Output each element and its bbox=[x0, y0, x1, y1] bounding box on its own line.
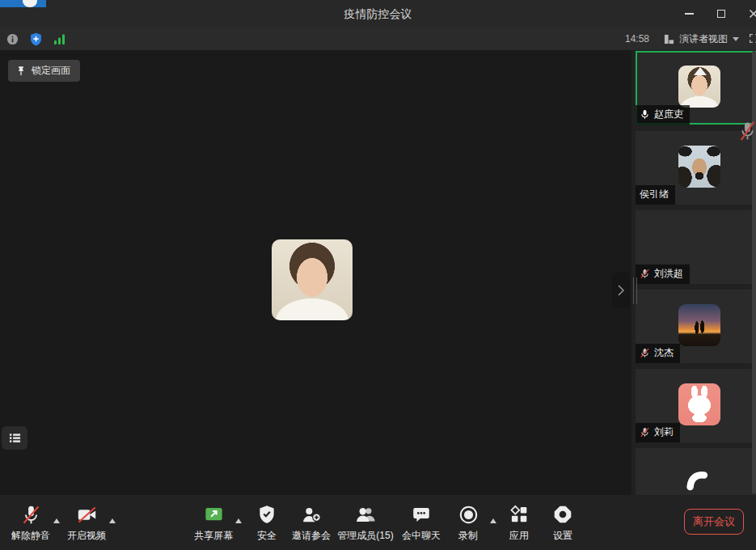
muted-mic-indicator-icon bbox=[739, 121, 756, 145]
participant-name-badge: 赵庶吏 bbox=[636, 105, 690, 125]
record-button[interactable]: 录制 bbox=[447, 502, 489, 543]
participant-name-badge: 刘莉 bbox=[636, 423, 680, 442]
chat-label: 会中聊天 bbox=[402, 529, 441, 543]
muted-mic-icon bbox=[640, 427, 650, 438]
record-label: 录制 bbox=[458, 529, 478, 543]
avatar-highlight-triangle bbox=[694, 67, 707, 75]
meeting-info-bar: 14:58 演讲者视图 bbox=[0, 28, 756, 50]
apps-button[interactable]: 应用 bbox=[498, 502, 540, 543]
invite-person-plus-icon bbox=[301, 504, 323, 526]
muted-mic-icon bbox=[640, 348, 650, 358]
participant-name: 侯引绪 bbox=[640, 188, 669, 201]
manage-participants-label: 管理成员(15) bbox=[337, 529, 393, 543]
settings-label: 设置 bbox=[553, 529, 572, 543]
pin-view-label: 锁定画面 bbox=[32, 64, 70, 78]
manage-participants-button[interactable]: 管理成员(15) bbox=[334, 502, 397, 543]
encryption-shield-icon[interactable] bbox=[29, 32, 43, 46]
main-stage: 锁定画面 bbox=[0, 50, 631, 495]
meeting-time: 14:58 bbox=[625, 33, 649, 44]
minimize-icon bbox=[685, 13, 694, 15]
title-bar: 疫情防控会议 bbox=[0, 0, 756, 28]
unmute-label: 解除静音 bbox=[11, 529, 50, 543]
apps-label: 应用 bbox=[509, 529, 529, 543]
fullscreen-icon bbox=[749, 33, 756, 44]
participant-name: 刘莉 bbox=[654, 425, 674, 439]
view-mode-label: 演讲者视图 bbox=[679, 32, 728, 46]
pin-view-button[interactable]: 锁定画面 bbox=[8, 60, 80, 82]
share-screen-button[interactable]: 共享屏幕 bbox=[188, 502, 239, 543]
participant-name-badge: 刘洪超 bbox=[636, 264, 690, 284]
meeting-status-icons bbox=[0, 32, 66, 46]
leave-meeting-button[interactable]: 离开会议 bbox=[684, 509, 744, 535]
fullscreen-button[interactable] bbox=[749, 32, 756, 45]
maximize-button[interactable] bbox=[705, 0, 737, 28]
mic-on-icon bbox=[640, 109, 650, 120]
video-options-arrow[interactable] bbox=[109, 518, 116, 523]
chat-button[interactable]: 会中聊天 bbox=[397, 502, 446, 543]
participants-people-icon bbox=[355, 504, 377, 526]
participant-tile[interactable]: 沈杰 bbox=[636, 290, 756, 363]
view-mode-button[interactable]: 演讲者视图 bbox=[664, 32, 739, 46]
active-speaker-avatar bbox=[272, 239, 353, 320]
chevron-right-icon bbox=[615, 282, 627, 298]
participant-name: 刘洪超 bbox=[654, 267, 683, 281]
security-label: 安全 bbox=[257, 529, 277, 543]
share-screen-icon bbox=[203, 504, 225, 526]
share-screen-label: 共享屏幕 bbox=[194, 529, 233, 543]
avatar-phone-call-photo bbox=[678, 463, 720, 495]
sidebar-resize-grip[interactable] bbox=[636, 277, 637, 304]
security-button[interactable]: 安全 bbox=[246, 502, 288, 543]
speaker-view-icon bbox=[664, 34, 674, 44]
close-icon bbox=[749, 9, 756, 19]
agenda-list-icon bbox=[8, 432, 22, 444]
participant-tile[interactable]: 刘莉 bbox=[636, 369, 756, 442]
sidebar-collapse-handle[interactable] bbox=[612, 273, 630, 308]
avatar-dandelion-photo bbox=[678, 225, 720, 267]
camera-off-icon bbox=[76, 504, 98, 526]
window-title: 疫情防控会议 bbox=[0, 0, 756, 28]
participant-name: 赵庶吏 bbox=[654, 108, 683, 121]
invite-label: 邀请参会 bbox=[292, 529, 331, 543]
apps-grid-icon bbox=[509, 504, 530, 525]
control-toolbar: 解除静音 开启视频 共享屏幕 安全 邀请参会 管理成员(15) 会中聊天 bbox=[0, 495, 756, 550]
participant-tile[interactable] bbox=[636, 448, 756, 495]
security-shield-icon bbox=[256, 504, 277, 525]
unmute-button[interactable]: 解除静音 bbox=[6, 502, 55, 543]
share-options-arrow[interactable] bbox=[235, 518, 242, 523]
chevron-down-icon bbox=[733, 37, 739, 41]
muted-mic-icon bbox=[20, 504, 42, 526]
sidebar-scrollbar[interactable] bbox=[752, 51, 756, 494]
info-icon[interactable] bbox=[6, 33, 19, 45]
avatar-cow-photo bbox=[678, 146, 720, 188]
participant-tile[interactable]: 赵庶吏 bbox=[636, 51, 756, 125]
pin-icon bbox=[15, 66, 27, 77]
record-options-arrow[interactable] bbox=[490, 518, 496, 523]
participants-sidebar: 赵庶吏 侯引绪 刘洪超 沈杰 bbox=[631, 50, 756, 495]
signal-strength-icon bbox=[53, 33, 66, 45]
avatar-sunset-silhouette-photo bbox=[678, 304, 720, 346]
agenda-list-button[interactable] bbox=[2, 426, 27, 450]
record-icon bbox=[458, 504, 479, 526]
meeting-window: 疫情防控会议 14:58 演讲者视图 bbox=[0, 0, 756, 550]
avatar-rabbit-cartoon bbox=[678, 383, 720, 425]
participant-name: 沈杰 bbox=[654, 346, 674, 360]
participant-tile[interactable]: 侯引绪 bbox=[636, 131, 756, 205]
start-video-button[interactable]: 开启视频 bbox=[62, 502, 111, 543]
close-button[interactable] bbox=[737, 0, 756, 28]
participant-tile[interactable]: 刘洪超 bbox=[636, 210, 756, 284]
invite-button[interactable]: 邀请参会 bbox=[287, 502, 336, 543]
maximize-icon bbox=[717, 10, 725, 18]
settings-button[interactable]: 设置 bbox=[542, 502, 584, 543]
window-controls bbox=[673, 0, 756, 28]
participant-name-badge: 侯引绪 bbox=[636, 185, 675, 205]
phone-icon bbox=[680, 464, 719, 495]
minimize-button[interactable] bbox=[673, 0, 705, 28]
view-controls: 14:58 演讲者视图 bbox=[625, 28, 756, 50]
chat-bubble-icon bbox=[411, 504, 432, 525]
sidebar-resize-grip[interactable] bbox=[633, 277, 634, 304]
mic-options-arrow[interactable] bbox=[53, 518, 60, 523]
start-video-label: 开启视频 bbox=[67, 529, 106, 543]
settings-gear-icon bbox=[552, 504, 573, 525]
participant-name-badge: 沈杰 bbox=[636, 344, 680, 363]
muted-mic-icon bbox=[640, 269, 650, 279]
